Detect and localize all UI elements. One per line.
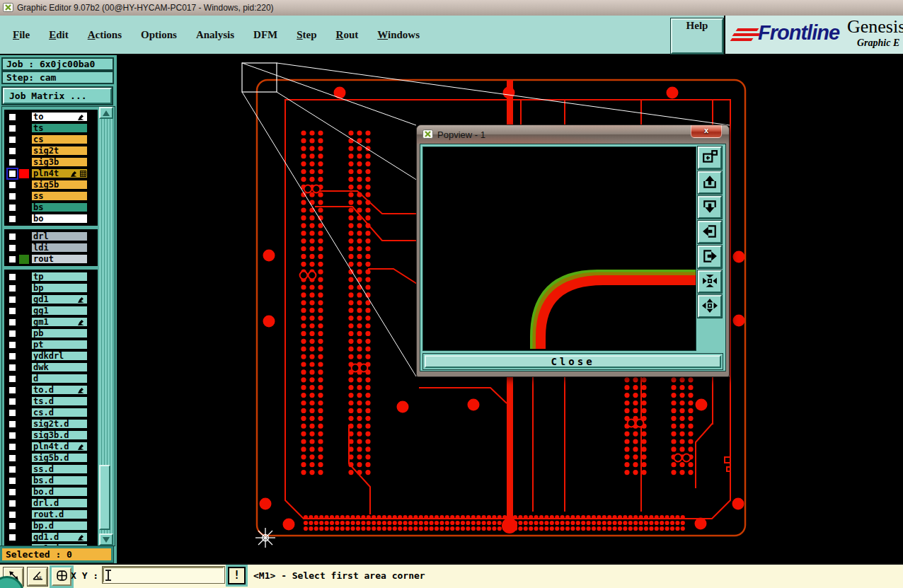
layer-row-pb[interactable]: pb <box>6 328 96 339</box>
layer-color-swatch[interactable] <box>19 442 29 451</box>
layer-color-swatch[interactable] <box>19 306 29 316</box>
window-titlebar[interactable]: Graphic Editor 9.07b2 (00@HY-HYCAM-PC017… <box>0 0 903 16</box>
layer-row-sig5b[interactable]: sig5b <box>6 179 96 190</box>
layer-checkbox[interactable] <box>8 135 17 144</box>
layer-label[interactable]: ss <box>31 191 88 201</box>
layer-row-dwk[interactable]: dwk <box>6 362 96 373</box>
tool-grid-toggle-button[interactable] <box>52 567 71 586</box>
layer-color-swatch[interactable] <box>19 158 29 167</box>
layer-checkbox[interactable] <box>8 521 17 531</box>
layer-color-swatch[interactable] <box>19 214 29 224</box>
layer-color-swatch[interactable] <box>19 146 29 156</box>
layer-checkbox[interactable] <box>8 465 17 474</box>
layer-row-ydkdrl[interactable]: ydkdrl <box>6 350 96 362</box>
layer-color-swatch[interactable] <box>19 363 29 372</box>
popview-viewport[interactable] <box>422 146 696 351</box>
layer-label[interactable]: pb <box>31 328 88 338</box>
layer-checkbox[interactable] <box>8 284 17 293</box>
layer-row-rout.d[interactable]: rout.d <box>6 509 96 520</box>
layer-label[interactable]: rout <box>31 254 88 264</box>
menu-item-file[interactable]: File <box>13 29 30 41</box>
layer-color-swatch[interactable] <box>19 386 29 395</box>
layer-checkbox[interactable] <box>8 169 17 178</box>
layer-row-bo.d[interactable]: bo.d <box>6 486 96 497</box>
layer-checkbox[interactable] <box>8 442 17 451</box>
layer-color-swatch[interactable] <box>19 232 29 241</box>
layer-label[interactable]: gm1 <box>31 317 88 327</box>
scrollbar-up-button[interactable] <box>99 107 113 119</box>
layer-label[interactable]: bs <box>31 202 88 212</box>
layer-row-gd1.d[interactable]: gd1.d <box>6 531 96 543</box>
layer-label[interactable]: dwk <box>31 362 88 372</box>
layer-color-swatch[interactable] <box>19 374 29 384</box>
layer-label[interactable]: bp.d <box>31 521 88 531</box>
layer-row-ss[interactable]: ss <box>6 190 96 202</box>
layer-color-swatch[interactable] <box>19 499 29 508</box>
layer-label[interactable]: sig3b <box>31 157 88 167</box>
layer-color-swatch[interactable] <box>19 272 29 282</box>
layer-label[interactable]: ts <box>31 123 88 133</box>
popview-tool-pan-all-button[interactable] <box>698 295 722 318</box>
popview-close-button[interactable]: Close <box>425 355 721 368</box>
layer-label[interactable]: rout.d <box>31 509 88 519</box>
layer-row-sig5b.d[interactable]: sig5b.d <box>6 452 96 463</box>
layer-checkbox[interactable] <box>8 363 17 372</box>
layer-label[interactable]: ydkdrl <box>31 351 88 361</box>
layer-color-swatch[interactable] <box>19 329 29 338</box>
layer-checkbox[interactable] <box>8 180 17 190</box>
popview-tool-pan-right-button[interactable] <box>698 246 722 268</box>
layer-checkbox[interactable] <box>8 374 17 384</box>
popview-tool-pan-up-button[interactable] <box>698 171 722 194</box>
layer-color-swatch[interactable] <box>19 124 29 133</box>
layer-row-to[interactable]: to <box>6 111 96 122</box>
layer-checkbox[interactable] <box>8 214 17 224</box>
layer-label[interactable]: cs <box>31 134 88 144</box>
layer-scrollbar[interactable] <box>99 107 113 546</box>
layer-row-ss.d[interactable]: ss.d <box>6 463 96 475</box>
layer-checkbox[interactable] <box>8 255 17 264</box>
layer-color-swatch[interactable] <box>19 510 29 519</box>
menu-item-dfm[interactable]: DFM <box>253 29 277 41</box>
layer-color-swatch[interactable] <box>19 397 29 406</box>
tool-angle-measure-button[interactable]: α <box>28 567 47 586</box>
layer-color-swatch[interactable] <box>19 408 29 417</box>
layer-label[interactable]: d <box>31 374 88 384</box>
menu-item-windows[interactable]: Windows <box>377 29 420 41</box>
layer-checkbox[interactable] <box>8 243 17 253</box>
layer-row-bp.d[interactable]: bp.d <box>6 520 96 531</box>
layer-label[interactable]: pln4t.d <box>31 442 88 451</box>
scrollbar-down-button[interactable] <box>99 534 113 546</box>
layer-row-ts.d[interactable]: ts.d <box>6 396 96 407</box>
layer-label[interactable]: bp <box>31 283 88 293</box>
layer-color-swatch[interactable] <box>19 113 29 122</box>
layer-checkbox[interactable] <box>8 420 17 429</box>
menu-item-actions[interactable]: Actions <box>88 29 122 41</box>
popview-tool-pan-left-button[interactable] <box>698 221 722 243</box>
layer-checkbox[interactable] <box>8 454 17 463</box>
layer-color-swatch[interactable] <box>19 203 29 212</box>
layer-checkbox[interactable] <box>8 124 17 133</box>
layer-checkbox[interactable] <box>8 329 17 338</box>
layer-checkbox[interactable] <box>8 510 17 519</box>
alert-button[interactable]: ! <box>228 567 246 584</box>
layer-label[interactable]: to.d <box>31 385 88 395</box>
menu-item-analysis[interactable]: Analysis <box>196 29 234 41</box>
layer-label[interactable]: sig5b <box>31 180 88 190</box>
layer-checkbox[interactable] <box>8 431 17 440</box>
layer-row-to.d[interactable]: to.d <box>6 384 96 396</box>
layer-row-pln4t.d[interactable]: pln4t.d <box>6 441 96 452</box>
layer-checkbox[interactable] <box>8 340 17 350</box>
layer-checkbox[interactable] <box>8 113 17 122</box>
menu-item-options[interactable]: Options <box>141 29 177 41</box>
layer-row-rout[interactable]: rout <box>6 253 96 265</box>
layer-checkbox[interactable] <box>8 488 17 497</box>
layer-label[interactable]: sig5b.d <box>31 453 88 463</box>
layer-row-pt[interactable]: pt <box>6 339 96 350</box>
layer-row-pln4t[interactable]: pln4t <box>6 168 96 179</box>
layer-label[interactable]: bo.d <box>31 487 88 497</box>
layer-checkbox[interactable] <box>8 352 17 361</box>
layer-color-swatch[interactable] <box>19 352 29 361</box>
layer-color-swatch[interactable] <box>19 135 29 144</box>
layer-label[interactable]: sig2t <box>31 146 88 156</box>
layer-label[interactable]: ldi <box>31 243 88 253</box>
